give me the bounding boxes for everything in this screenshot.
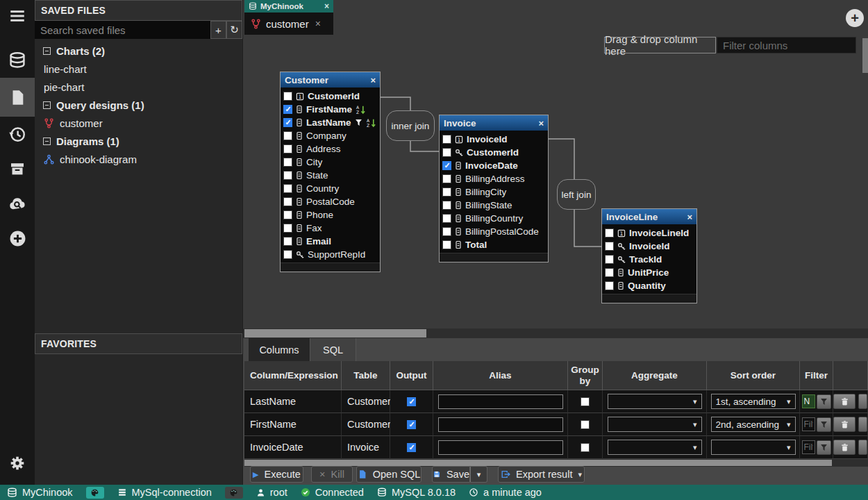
- column-row[interactable]: CustomerId: [442, 146, 548, 159]
- group-by-checkbox[interactable]: [581, 443, 590, 452]
- column-checkbox[interactable]: [442, 227, 451, 236]
- column-row[interactable]: BillingState: [442, 199, 548, 212]
- open-sql-button[interactable]: Open SQL: [356, 466, 422, 483]
- column-checkbox[interactable]: [283, 184, 292, 193]
- save-button[interactable]: Save: [432, 466, 470, 483]
- column-row[interactable]: InvoiceDate: [442, 159, 548, 172]
- tab-customer[interactable]: customer ×: [244, 12, 333, 35]
- aggregate-select[interactable]: ▾: [608, 417, 702, 432]
- er-table-header[interactable]: Customer ×: [281, 72, 380, 88]
- column-checkbox[interactable]: [283, 158, 292, 167]
- column-checkbox[interactable]: [442, 148, 451, 157]
- tree-item-line-chart[interactable]: line-chart: [35, 60, 242, 78]
- sidebar-item-add[interactable]: [0, 221, 35, 256]
- output-checkbox[interactable]: [407, 397, 416, 406]
- alias-input[interactable]: [438, 440, 563, 455]
- column-row[interactable]: Email: [283, 235, 380, 248]
- group-by-checkbox[interactable]: [581, 420, 590, 429]
- column-row[interactable]: BillingPostalCode: [442, 225, 548, 238]
- sidebar-item-archive[interactable]: [0, 151, 35, 186]
- column-row[interactable]: City: [283, 156, 380, 169]
- column-checkbox[interactable]: [442, 188, 451, 197]
- column-row[interactable]: Total: [442, 238, 548, 251]
- close-icon[interactable]: ×: [370, 75, 376, 85]
- aggregate-select[interactable]: ▾: [608, 440, 702, 455]
- column-checkbox[interactable]: [442, 201, 451, 210]
- filter-input[interactable]: [802, 440, 815, 454]
- column-checkbox[interactable]: [442, 161, 451, 170]
- column-row[interactable]: CustomerId: [283, 90, 380, 103]
- column-row[interactable]: Phone: [283, 208, 380, 222]
- alias-input[interactable]: [438, 394, 563, 409]
- filter-button[interactable]: [817, 394, 831, 409]
- filter-columns-input[interactable]: [717, 37, 856, 53]
- column-row[interactable]: UnitPrice: [605, 266, 696, 279]
- canvas-vertical-scrollbar[interactable]: [862, 38, 868, 73]
- sidebar-item-cloud-search[interactable]: [0, 186, 35, 221]
- column-checkbox[interactable]: [605, 281, 614, 290]
- tree-item-chinook-diagram[interactable]: chinook-diagram: [35, 150, 242, 168]
- column-row[interactable]: InvoiceLineId: [605, 226, 696, 240]
- column-checkbox[interactable]: [605, 255, 614, 264]
- export-result-button[interactable]: Export result▾: [498, 466, 585, 483]
- column-row[interactable]: LastName: [283, 116, 380, 129]
- join-left[interactable]: left join: [557, 179, 596, 210]
- aggregate-select[interactable]: ▾: [608, 394, 702, 409]
- group-by-checkbox[interactable]: [581, 397, 590, 406]
- column-checkbox[interactable]: [605, 268, 614, 277]
- close-icon[interactable]: ×: [687, 212, 692, 222]
- column-row[interactable]: Address: [283, 142, 380, 156]
- column-checkbox[interactable]: [283, 224, 292, 233]
- kill-button[interactable]: ×Kill: [311, 466, 353, 483]
- output-checkbox[interactable]: [407, 443, 416, 452]
- column-checkbox[interactable]: [283, 210, 292, 219]
- sort-order-select[interactable]: 1st, ascending▾: [711, 394, 796, 409]
- sort-order-select[interactable]: 2nd, ascending▾: [711, 417, 796, 432]
- er-table-header[interactable]: InvoiceLine ×: [602, 209, 696, 224]
- column-checkbox[interactable]: [283, 118, 292, 127]
- join-inner[interactable]: inner join: [386, 110, 435, 141]
- close-icon[interactable]: ×: [315, 18, 321, 29]
- column-row[interactable]: Fax: [283, 222, 380, 235]
- tree-group-query-designs[interactable]: Query designs (1): [35, 96, 242, 114]
- column-checkbox[interactable]: [442, 214, 451, 223]
- column-row[interactable]: InvoiceId: [442, 133, 548, 146]
- more-row-button[interactable]: [858, 440, 867, 455]
- column-row[interactable]: Country: [283, 182, 380, 195]
- filter-button[interactable]: [817, 417, 831, 432]
- delete-row-button[interactable]: [833, 440, 856, 455]
- add-column-button[interactable]: +: [846, 9, 864, 27]
- canvas-horizontal-scrollbar[interactable]: [243, 328, 868, 338]
- sidebar-item-connections[interactable]: [0, 43, 35, 78]
- column-row[interactable]: InvoiceId: [605, 240, 696, 253]
- output-checkbox[interactable]: [407, 420, 416, 429]
- column-checkbox[interactable]: [283, 171, 292, 180]
- er-table-header[interactable]: Invoice ×: [440, 115, 548, 131]
- scrollbar-thumb[interactable]: [244, 329, 426, 338]
- column-checkbox[interactable]: [605, 242, 614, 251]
- search-input[interactable]: [35, 21, 210, 39]
- column-row[interactable]: FirstName: [283, 103, 380, 116]
- sidebar-item-history[interactable]: [0, 117, 35, 151]
- alias-input[interactable]: [438, 417, 563, 432]
- tab-sql[interactable]: SQL: [310, 338, 356, 361]
- column-checkbox[interactable]: [605, 228, 614, 238]
- sidebar-item-saved-files[interactable]: [0, 78, 35, 117]
- close-icon[interactable]: ×: [324, 1, 329, 11]
- filter-button[interactable]: [817, 440, 831, 455]
- save-more-button[interactable]: ▾: [470, 466, 487, 483]
- column-row[interactable]: State: [283, 169, 380, 182]
- column-checkbox[interactable]: [283, 250, 292, 259]
- tree-group-charts[interactable]: Charts (2): [35, 42, 242, 60]
- settings-button[interactable]: [0, 446, 35, 481]
- column-checkbox[interactable]: [283, 92, 292, 101]
- column-checkbox[interactable]: [442, 240, 451, 249]
- column-row[interactable]: Quantity: [605, 279, 696, 292]
- column-row[interactable]: BillingCountry: [442, 212, 548, 225]
- close-icon[interactable]: ×: [538, 118, 544, 128]
- tree-group-diagrams[interactable]: Diagrams (1): [35, 132, 242, 150]
- column-row[interactable]: BillingAddress: [442, 172, 548, 185]
- column-checkbox[interactable]: [283, 131, 292, 140]
- column-row[interactable]: PostalCode: [283, 195, 380, 208]
- sort-order-select[interactable]: ▾: [711, 440, 796, 455]
